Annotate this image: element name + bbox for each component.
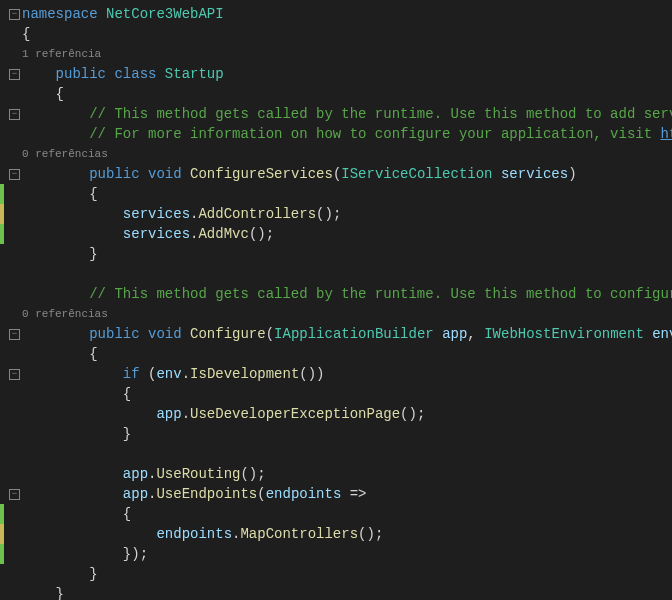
codelens-reference[interactable]: 0 referências bbox=[22, 304, 672, 324]
method-name: ConfigureServices bbox=[190, 166, 333, 182]
change-indicator bbox=[0, 224, 4, 244]
fold-gutter: −−−−−−− bbox=[0, 0, 22, 600]
change-indicator bbox=[0, 524, 4, 544]
fold-toggle-icon[interactable]: − bbox=[9, 9, 20, 20]
codelens-reference[interactable]: 0 referências bbox=[22, 144, 672, 164]
comment-link[interactable]: https bbox=[661, 126, 672, 142]
comment: // For more information on how to config… bbox=[89, 126, 660, 142]
fold-toggle-icon[interactable]: − bbox=[9, 69, 20, 80]
keyword-namespace: namespace bbox=[22, 6, 98, 22]
brace: { bbox=[22, 26, 30, 42]
brace: { bbox=[56, 86, 64, 102]
change-indicator bbox=[0, 504, 4, 524]
namespace-name: NetCore3WebAPI bbox=[106, 6, 224, 22]
keyword-public: public bbox=[56, 66, 106, 82]
fold-toggle-icon[interactable]: − bbox=[9, 369, 20, 380]
codelens-reference[interactable]: 1 referência bbox=[22, 44, 672, 64]
change-indicator bbox=[0, 544, 4, 564]
keyword-class: class bbox=[114, 66, 156, 82]
fold-toggle-icon[interactable]: − bbox=[9, 329, 20, 340]
comment: // This method gets called by the runtim… bbox=[89, 286, 672, 302]
fold-toggle-icon[interactable]: − bbox=[9, 109, 20, 120]
method-name: Configure bbox=[190, 326, 266, 342]
change-indicator bbox=[0, 184, 4, 204]
comment: // This method gets called by the runtim… bbox=[89, 106, 672, 122]
fold-toggle-icon[interactable]: − bbox=[9, 169, 20, 180]
change-indicator bbox=[0, 204, 4, 224]
code-editor[interactable]: namespace NetCore3WebAPI { 1 referência … bbox=[22, 0, 672, 600]
fold-toggle-icon[interactable]: − bbox=[9, 489, 20, 500]
class-name: Startup bbox=[165, 66, 224, 82]
